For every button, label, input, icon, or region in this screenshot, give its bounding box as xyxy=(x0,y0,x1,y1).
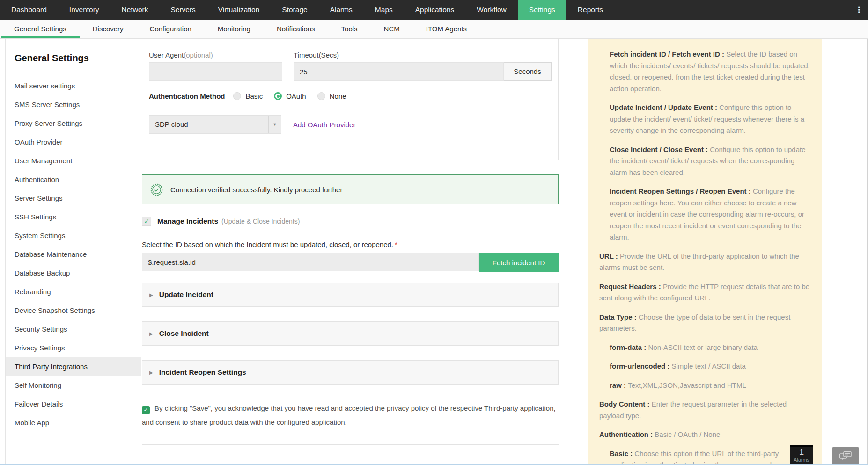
help-term: Update Incident / Update Event : xyxy=(610,103,719,111)
help-desc: Configure the reopen settings here. You … xyxy=(610,187,804,241)
sidebar-item-ssh-settings[interactable]: SSH Settings xyxy=(6,208,141,226)
subnav-item-configuration[interactable]: Configuration xyxy=(137,20,205,38)
auth-method-label: Authentication Method xyxy=(149,92,225,100)
sidebar-item-database-backup[interactable]: Database Backup xyxy=(6,264,141,283)
topnav-item-storage[interactable]: Storage xyxy=(271,0,318,20)
manage-incidents-row: ✓ Manage Incidents (Update & Close Incid… xyxy=(142,217,559,226)
connection-success-banner: Connection verified successfully. Kindly… xyxy=(142,174,559,204)
topnav-item-settings[interactable]: Settings xyxy=(518,0,566,20)
help-entry: Authentication : Basic / OAuth / None xyxy=(599,429,810,441)
sidebar-item-security-settings[interactable]: Security Settings xyxy=(6,320,141,339)
sidebar-item-database-maintenance[interactable]: Database Maintenance xyxy=(6,245,141,264)
incident-id-input[interactable] xyxy=(142,253,479,271)
alarm-count-label: Alarms xyxy=(790,457,813,463)
auth-option-oauth[interactable]: OAuth xyxy=(274,92,306,100)
help-desc: Text,XML,JSON,Javascript and HTML xyxy=(628,381,746,389)
sidebar-item-proxy-server-settings[interactable]: Proxy Server Settings xyxy=(6,114,141,133)
top-navigation: DashboardInventoryNetworkServersVirtuali… xyxy=(0,0,868,20)
feedback-chat-button[interactable] xyxy=(832,447,859,465)
sidebar-item-self-monitoring[interactable]: Self Monitoring xyxy=(6,376,141,395)
topnav-item-applications[interactable]: Applications xyxy=(404,0,466,20)
user-agent-label-text: User Agent xyxy=(149,51,184,59)
help-term: Incident Reopen Settings / Reopen Event … xyxy=(610,187,753,195)
subnav-item-discovery[interactable]: Discovery xyxy=(80,20,137,38)
manage-incidents-label: Manage Incidents xyxy=(157,217,218,225)
timeout-label: Timeout(Secs) xyxy=(294,51,552,59)
subnav-item-general-settings[interactable]: General Settings xyxy=(1,20,80,38)
radio-icon xyxy=(233,92,241,100)
topnav-item-virtualization[interactable]: Virtualization xyxy=(207,0,271,20)
sidebar-items: Mail server settingsSMS Server SettingsP… xyxy=(6,77,141,432)
topnav-item-dashboard[interactable]: Dashboard xyxy=(0,0,58,20)
accordion-update-incident[interactable]: ▶Update Incident xyxy=(142,283,559,307)
help-panel: Fetch incident ID / Fetch event ID : Sel… xyxy=(588,39,822,465)
help-term: Fetch incident ID / Fetch event ID : xyxy=(610,50,726,58)
help-term: raw : xyxy=(610,381,628,389)
topnav-item-workflow[interactable]: Workflow xyxy=(465,0,517,20)
sidebar-item-user-management[interactable]: User Management xyxy=(6,152,141,170)
sidebar-item-authentication[interactable]: Authentication xyxy=(6,170,141,189)
subnav-item-notifications[interactable]: Notifications xyxy=(264,20,328,38)
subnav-item-ncm[interactable]: NCM xyxy=(371,20,413,38)
auth-option-basic[interactable]: Basic xyxy=(233,92,263,100)
sidebar-item-failover-details[interactable]: Failover Details xyxy=(6,395,141,414)
topnav-item-network[interactable]: Network xyxy=(110,0,160,20)
oauth-provider-selected-value: SDP cloud xyxy=(149,116,268,133)
add-oauth-provider-link[interactable]: Add OAuth Provider xyxy=(293,121,355,129)
help-desc: Choose this option if the URL of the thi… xyxy=(610,450,806,465)
auth-option-none[interactable]: None xyxy=(317,92,346,100)
help-desc: Basic / OAuth / None xyxy=(655,430,720,438)
sidebar-item-sms-server-settings[interactable]: SMS Server Settings xyxy=(6,95,141,114)
fetch-incident-id-button[interactable]: Fetch incident ID xyxy=(479,253,559,272)
help-entry: Update Incident / Update Event : Configu… xyxy=(599,102,810,137)
user-agent-input[interactable] xyxy=(149,62,282,81)
section-divider xyxy=(142,444,559,445)
settings-sub-navigation: General SettingsDiscoveryConfigurationMo… xyxy=(0,20,868,39)
overflow-menu-icon[interactable]: ⋮ xyxy=(851,0,867,20)
topnav-item-maps[interactable]: Maps xyxy=(364,0,404,20)
help-desc: Non-ASCII text or large binary data xyxy=(648,343,758,351)
sidebar-item-system-settings[interactable]: System Settings xyxy=(6,226,141,245)
sidebar-item-device-snapshot-settings[interactable]: Device Snapshot Settings xyxy=(6,301,141,320)
timeout-input[interactable] xyxy=(294,62,504,81)
subnav-items: General SettingsDiscoveryConfigurationMo… xyxy=(1,20,480,38)
chevron-right-icon: ▶ xyxy=(149,292,153,298)
sidebar-item-privacy-settings[interactable]: Privacy Settings xyxy=(6,339,141,357)
third-party-integration-form: User Agent(optional) Timeout(Secs) Secon… xyxy=(142,39,559,445)
required-asterisk: * xyxy=(395,240,397,248)
subnav-item-itom-agents[interactable]: ITOM Agents xyxy=(413,20,480,38)
topnav-item-inventory[interactable]: Inventory xyxy=(58,0,110,20)
sidebar-item-rebranding[interactable]: Rebranding xyxy=(6,283,141,301)
accordion-list: ▶Update Incident▶Close Incident▶Incident… xyxy=(142,283,559,385)
subnav-item-monitoring[interactable]: Monitoring xyxy=(205,20,264,38)
help-term: form-urlencoded : xyxy=(610,362,672,370)
oauth-provider-dropdown[interactable]: SDP cloud ▼ xyxy=(149,115,281,134)
sidebar-item-mail-server-settings[interactable]: Mail server settings xyxy=(6,77,141,95)
subnav-item-tools[interactable]: Tools xyxy=(328,20,371,38)
help-desc: Provide the URL of the third-party appli… xyxy=(599,252,799,272)
alarms-count-badge[interactable]: 1 Alarms xyxy=(790,445,813,465)
help-entry: Incident Reopen Settings / Reopen Event … xyxy=(599,186,810,243)
privacy-consent-checkbox[interactable]: ✓ xyxy=(142,406,150,414)
help-term: Authentication : xyxy=(599,430,655,438)
auth-method-options: BasicOAuthNone xyxy=(233,92,357,100)
help-term: Body Content : xyxy=(599,400,652,408)
topnav-item-reports[interactable]: Reports xyxy=(566,0,614,20)
chevron-right-icon: ▶ xyxy=(149,370,153,375)
sidebar-item-third-party-integrations[interactable]: Third Party Integrations xyxy=(6,357,141,376)
help-term: Request Headers : xyxy=(599,283,663,291)
topnav-items: DashboardInventoryNetworkServersVirtuali… xyxy=(0,0,614,20)
help-desc: Simple text / ASCII data xyxy=(672,362,746,370)
accordion-close-incident[interactable]: ▶Close Incident xyxy=(142,321,559,346)
sidebar-item-mobile-app[interactable]: Mobile App xyxy=(6,414,141,432)
topnav-item-alarms[interactable]: Alarms xyxy=(319,0,364,20)
sidebar-item-oauth-provider[interactable]: OAuth Provider xyxy=(6,133,141,152)
help-entry: form-data : Non-ASCII text or large bina… xyxy=(599,342,810,354)
topnav-item-servers[interactable]: Servers xyxy=(159,0,206,20)
accordion-incident-reopen-settings[interactable]: ▶Incident Reopen Settings xyxy=(142,360,559,385)
help-term: URL : xyxy=(599,252,620,260)
manage-incidents-checkbox[interactable]: ✓ xyxy=(142,217,151,226)
sidebar-item-server-settings[interactable]: Server Settings xyxy=(6,189,141,208)
general-settings-sidebar: General Settings Mail server settingsSMS… xyxy=(5,39,141,465)
privacy-consent-text: By clicking "Save", you acknowledge that… xyxy=(142,404,556,426)
